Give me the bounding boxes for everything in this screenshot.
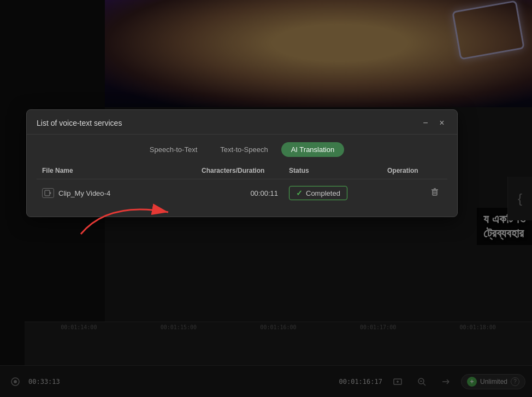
- check-icon: ✓: [296, 189, 303, 197]
- close-button[interactable]: ×: [436, 118, 447, 129]
- modal-tabs: Speech-to-Text Text-to-Speech AI Transla…: [27, 135, 457, 162]
- tab-ai-translation[interactable]: AI Translation: [281, 142, 345, 157]
- tab-speech-to-text[interactable]: Speech-to-Text: [140, 142, 207, 157]
- modal-title: List of voice-text services: [37, 119, 122, 127]
- svg-rect-11: [45, 190, 50, 196]
- modal-table: File Name Characters/Duration Status Ope…: [27, 162, 457, 217]
- status-cell: ✓ Completed: [289, 186, 387, 200]
- svg-marker-12: [50, 192, 51, 194]
- col-operation: Operation: [387, 167, 442, 174]
- status-label: Completed: [306, 189, 340, 197]
- col-status: Status: [289, 167, 387, 174]
- status-badge: ✓ Completed: [289, 186, 347, 200]
- tab-text-to-speech[interactable]: Text-to-Speech: [210, 142, 277, 157]
- modal-controls: − ×: [420, 118, 447, 129]
- file-cell: Clip_My Video-4: [42, 188, 202, 198]
- file-video-icon: [42, 188, 54, 198]
- table-row: Clip_My Video-4 00:00:11 ✓ Completed: [37, 179, 447, 207]
- operation-cell: [387, 185, 442, 201]
- table-header: File Name Characters/Duration Status Ope…: [37, 162, 447, 179]
- col-file-name: File Name: [42, 167, 202, 174]
- trash-icon: [430, 187, 440, 197]
- duration-cell: 00:00:11: [202, 189, 289, 197]
- minimize-button[interactable]: −: [420, 118, 431, 129]
- col-characters-duration: Characters/Duration: [202, 167, 289, 174]
- voice-text-services-modal: List of voice-text services − × Speech-t…: [26, 109, 458, 217]
- modal-header: List of voice-text services − ×: [27, 110, 457, 135]
- delete-button[interactable]: [428, 185, 442, 201]
- file-name: Clip_My Video-4: [58, 189, 110, 197]
